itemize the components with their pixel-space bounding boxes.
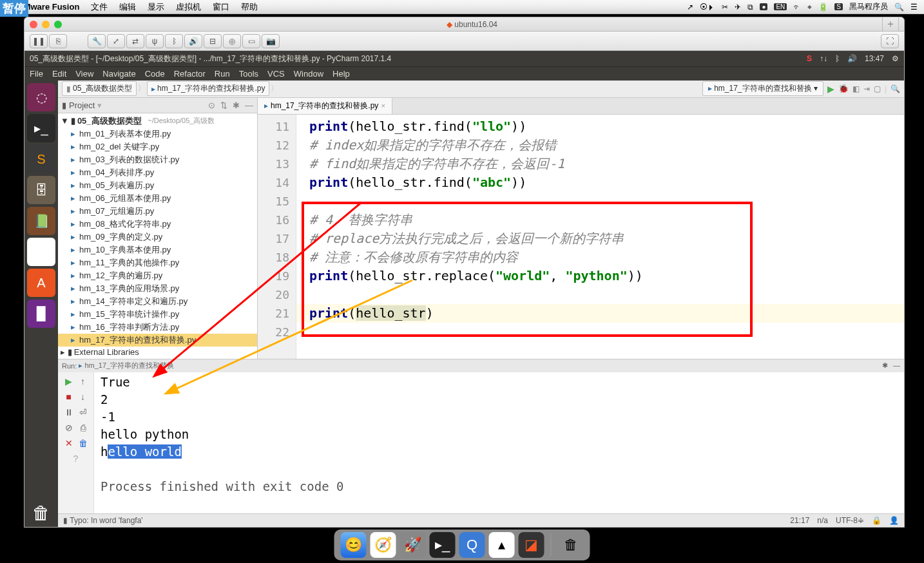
project-tree[interactable]: ▼ ▮ 05_高级数据类型 ~/Desktop/05_高级数 ▸hm_01_列表…: [58, 113, 257, 359]
network-icon[interactable]: ⇄: [126, 34, 144, 48]
stop-button[interactable]: ■: [63, 390, 75, 403]
collapse-icon[interactable]: ⊙: [208, 100, 215, 110]
external-libs[interactable]: ▸ ▮ External Libraries: [58, 347, 257, 358]
pause-button[interactable]: ❚❚: [30, 34, 48, 48]
menu-help[interactable]: 帮助: [241, 1, 258, 13]
tree-file[interactable]: ▸hm_14_字符串定义和遍历.py: [58, 295, 257, 308]
tree-file[interactable]: ▸hm_02_del 关键字.py: [58, 140, 257, 153]
coverage-button[interactable]: ◧: [852, 84, 860, 93]
tree-file[interactable]: ▸hm_17_字符串的查找和替换.py: [58, 334, 257, 347]
sogou-indicator-icon[interactable]: S: [807, 54, 812, 63]
tree-file[interactable]: ▸hm_12_字典的遍历.py: [58, 269, 257, 282]
bluetooth-indicator-icon[interactable]: ᛒ: [835, 54, 840, 63]
gear-icon[interactable]: ⚙: [892, 54, 899, 63]
sogou-icon[interactable]: S: [834, 3, 843, 10]
attach-button[interactable]: ⇥: [863, 84, 870, 93]
menu-edit[interactable]: 编辑: [119, 1, 136, 13]
tree-file[interactable]: ▸hm_03_列表的数据统计.py: [58, 153, 257, 166]
tree-file[interactable]: ▸hm_15_字符串统计操作.py: [58, 308, 257, 321]
battery-icon[interactable]: 🔋: [818, 3, 828, 12]
trash-dock-icon[interactable]: 🗑: [558, 532, 584, 558]
screen-icon[interactable]: ⌖: [807, 3, 812, 12]
hamburger-icon[interactable]: ☰: [910, 3, 918, 12]
mic-icon[interactable]: ●: [760, 3, 767, 10]
safari-icon[interactable]: 🧭: [371, 532, 396, 558]
ubuntu-dash-icon[interactable]: ◌: [27, 83, 55, 111]
username[interactable]: 黑马程序员: [849, 1, 888, 12]
software-store-icon[interactable]: A: [27, 269, 55, 297]
add-tab-icon[interactable]: ＋: [882, 17, 899, 32]
app-dock-icon[interactable]: ◪: [519, 532, 544, 558]
breadcrumb-project[interactable]: ▮05_高级数据类型: [62, 81, 137, 96]
sublime-icon[interactable]: S: [27, 145, 55, 173]
usb-icon[interactable]: ψ: [146, 34, 164, 48]
down-button[interactable]: ↓: [77, 390, 90, 403]
tree-file[interactable]: ▸hm_08_格式化字符串.py: [58, 218, 257, 231]
project-header[interactable]: ▮Project▾ ⊙ ⇅ ✱ —: [58, 98, 257, 113]
dvd-icon[interactable]: ◎: [223, 34, 241, 48]
menu-run[interactable]: Run: [215, 69, 230, 79]
encoding[interactable]: UTF-8≑: [836, 516, 864, 525]
menu-help[interactable]: Help: [332, 69, 350, 79]
menu-vcs[interactable]: VCS: [267, 69, 285, 79]
spotlight-icon[interactable]: 🔍: [894, 3, 904, 12]
trash-icon[interactable]: 🗑: [27, 499, 55, 527]
camera-icon[interactable]: 📷: [262, 34, 280, 48]
stop-button[interactable]: ▢: [874, 84, 881, 93]
hd-icon[interactable]: ⊟: [204, 34, 222, 48]
fullscreen-icon[interactable]: ⛶: [881, 34, 899, 48]
tree-file[interactable]: ▸hm_16_字符串判断方法.py: [58, 321, 257, 334]
record-icon[interactable]: ⦿⏵: [700, 3, 715, 12]
tree-root[interactable]: ▼ ▮ 05_高级数据类型 ~/Desktop/05_高级数: [58, 115, 257, 128]
menu-code[interactable]: Code: [145, 69, 165, 79]
tree-file[interactable]: ▸hm_09_字典的定义.py: [58, 231, 257, 243]
files-icon[interactable]: 🗄: [27, 176, 55, 204]
close-tab-icon[interactable]: ×: [381, 102, 385, 110]
snapshot-button[interactable]: ⎘: [49, 34, 67, 48]
gear-icon[interactable]: ✱: [233, 100, 240, 110]
settings-icon[interactable]: 🔧: [88, 34, 106, 48]
pause-button[interactable]: ⏸: [63, 406, 75, 419]
terminal-dock-icon[interactable]: ▸_: [430, 532, 456, 558]
copy-icon[interactable]: ⧉: [747, 3, 753, 12]
run-output[interactable]: True 2 -1 hello python hello world Proce…: [94, 372, 904, 513]
wrap-button[interactable]: ⏎: [77, 406, 90, 419]
menu-refactor[interactable]: Refactor: [174, 69, 206, 79]
clear-button[interactable]: ⊘: [63, 421, 75, 434]
print-button[interactable]: ⎙: [77, 421, 90, 434]
run-header[interactable]: Run: ▸ hm_17_字符串的查找和替换 ✱ —: [58, 359, 904, 372]
debug-button[interactable]: 🐞: [838, 84, 849, 93]
chrome-icon[interactable]: ◉: [27, 238, 55, 266]
vlc-icon[interactable]: ▴: [489, 532, 515, 558]
vm-titlebar[interactable]: ◆ ubuntu16.04 ＋: [24, 17, 904, 32]
tree-file[interactable]: ▸hm_11_字典的其他操作.py: [58, 256, 257, 269]
quicktime-icon[interactable]: Q: [459, 532, 485, 558]
app-icon[interactable]: ▉: [27, 300, 55, 328]
expand-icon[interactable]: ⤢: [107, 34, 125, 48]
hector-icon[interactable]: 👤: [889, 516, 899, 525]
tree-file[interactable]: ▸hm_10_字典基本使用.py: [58, 243, 257, 256]
sound-indicator-icon[interactable]: 🔊: [847, 54, 857, 63]
menu-window[interactable]: Window: [294, 69, 323, 79]
close-icon[interactable]: [30, 21, 37, 28]
zoom-icon[interactable]: [54, 21, 62, 28]
plane-icon[interactable]: ✈: [735, 3, 741, 12]
status-icon[interactable]: ▮: [63, 516, 68, 525]
menu-navigate[interactable]: Navigate: [102, 69, 135, 79]
clock[interactable]: 13:47: [865, 54, 884, 63]
menu-file[interactable]: File: [30, 69, 43, 79]
network-indicator-icon[interactable]: ↑↓: [820, 54, 827, 63]
breadcrumb-file[interactable]: ▸hm_17_字符串的查找和替换.py: [147, 81, 269, 96]
menu-tools[interactable]: Tools: [239, 69, 258, 79]
terminal-icon[interactable]: ▸_: [27, 114, 55, 142]
finder-icon[interactable]: 😊: [341, 532, 367, 558]
menu-file[interactable]: 文件: [91, 1, 108, 13]
audio-icon[interactable]: 🔊: [184, 34, 202, 48]
menu-edit[interactable]: Edit: [52, 69, 66, 79]
lock-icon[interactable]: 🔒: [872, 516, 881, 525]
hide-icon[interactable]: —: [893, 361, 900, 370]
tree-file[interactable]: ▸hm_01_列表基本使用.py: [58, 128, 257, 140]
help-button[interactable]: ?: [70, 452, 82, 465]
lang-icon[interactable]: EN: [774, 3, 787, 10]
launchpad-icon[interactable]: 🚀: [400, 532, 426, 558]
